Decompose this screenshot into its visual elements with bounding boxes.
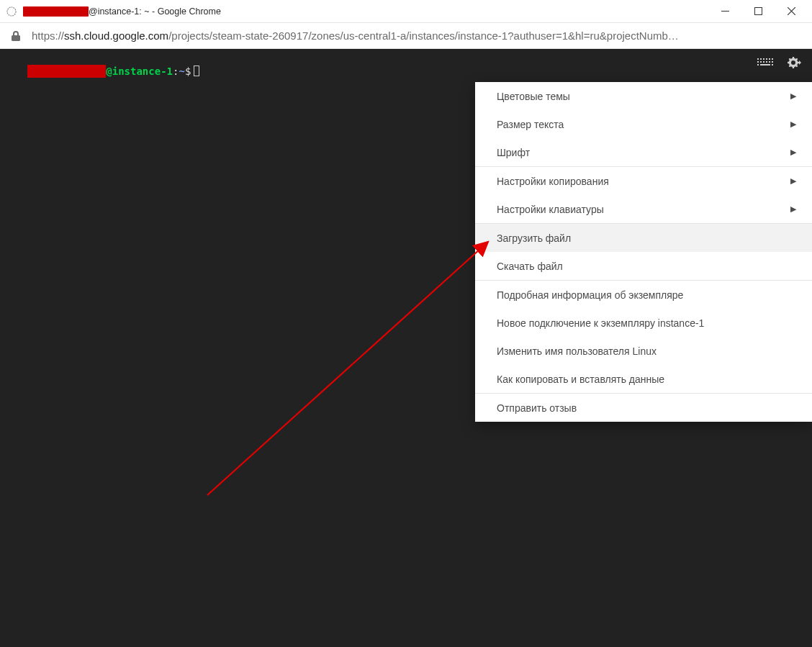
window-maximize-button[interactable] (741, 0, 775, 22)
submenu-arrow-icon: ▶ (790, 119, 796, 129)
menu-item[interactable]: Настройки копирования▶ (475, 167, 812, 195)
svg-rect-4 (757, 58, 759, 60)
svg-rect-1 (721, 11, 729, 12)
submenu-arrow-icon: ▶ (790, 204, 796, 214)
terminal-cursor (194, 65, 199, 76)
menu-item-label: Цветовые темы (497, 91, 790, 102)
window-title-suffix: @instance-1: ~ - Google Chrome (89, 6, 221, 17)
svg-rect-10 (757, 61, 759, 63)
menu-item[interactable]: Отправить отзыв (475, 394, 812, 422)
svg-rect-11 (760, 61, 762, 63)
terminal-viewport[interactable]: adensh_cadher@instance-1:~$ (0, 49, 812, 647)
annotation-arrow (202, 229, 504, 502)
window-favicon-icon (6, 6, 17, 17)
menu-item[interactable]: Размер текста▶ (475, 110, 812, 138)
menu-item[interactable]: Настройки клавиатуры▶ (475, 195, 812, 223)
prompt-host: @instance-1 (106, 65, 173, 77)
menu-item[interactable]: Как копировать и вставлять данные (475, 365, 812, 393)
svg-rect-7 (766, 58, 767, 60)
menu-item-label: Загрузить файл (497, 232, 796, 244)
prompt-path: ~ (179, 65, 184, 77)
gear-icon[interactable] (783, 55, 805, 72)
svg-rect-3 (757, 58, 774, 69)
prompt-dollar: $ (185, 65, 191, 77)
terminal-toolbar (754, 55, 805, 72)
menu-item[interactable]: Подробная информация об экземпляре (475, 281, 812, 309)
svg-rect-5 (760, 58, 762, 60)
window-close-button[interactable] (775, 0, 808, 22)
svg-rect-17 (760, 64, 770, 65)
svg-rect-8 (769, 58, 770, 60)
lock-icon (10, 30, 22, 42)
window-title-redacted: tadeusk_redim1 (23, 6, 89, 17)
keyboard-icon[interactable] (754, 55, 776, 72)
window-minimize-button[interactable] (708, 0, 741, 22)
window-title: tadeusk_redim1@instance-1: ~ - Google Ch… (23, 6, 708, 17)
submenu-arrow-icon: ▶ (790, 176, 796, 186)
svg-rect-2 (754, 8, 762, 15)
menu-item[interactable]: Изменить имя пользователя Linux (475, 337, 812, 365)
menu-item[interactable]: Скачать файл (475, 252, 812, 280)
menu-item[interactable]: Новое подключение к экземпляру instance-… (475, 309, 812, 337)
menu-item-label: Размер текста (497, 119, 790, 130)
svg-point-0 (7, 7, 16, 16)
svg-rect-13 (766, 61, 767, 63)
svg-rect-15 (772, 61, 773, 63)
svg-rect-12 (763, 61, 764, 63)
settings-menu: Цветовые темы▶Размер текста▶Шрифт▶Настро… (475, 82, 812, 422)
terminal-prompt-line: adensh_cadher@instance-1:~$ (3, 52, 199, 91)
url-host: ssh.cloud.google.com (64, 30, 168, 42)
svg-line-19 (207, 242, 488, 495)
menu-item-label: Настройки копирования (497, 176, 790, 187)
menu-item-label: Изменить имя пользователя Linux (497, 345, 796, 357)
menu-item-label: Новое подключение к экземпляру instance-… (497, 317, 796, 329)
address-bar[interactable]: https://ssh.cloud.google.com/projects/st… (0, 23, 812, 49)
window-controls (708, 0, 808, 22)
menu-item-label: Подробная информация об экземпляре (497, 289, 796, 301)
prompt-user-redacted: adensh_cadher (27, 65, 107, 78)
submenu-arrow-icon: ▶ (790, 91, 796, 101)
url-text: https://ssh.cloud.google.com/projects/st… (32, 30, 802, 42)
menu-item[interactable]: Цветовые темы▶ (475, 82, 812, 110)
svg-rect-18 (772, 64, 773, 65)
menu-item-label: Настройки клавиатуры (497, 204, 790, 215)
menu-item-label: Как копировать и вставлять данные (497, 374, 796, 385)
svg-rect-14 (769, 61, 770, 63)
menu-item-label: Отправить отзыв (497, 402, 796, 414)
svg-rect-6 (763, 58, 764, 60)
url-path: /projects/steam-state-260917/zones/us-ce… (168, 30, 679, 42)
menu-item-label: Скачать файл (497, 261, 796, 272)
menu-item[interactable]: Шрифт▶ (475, 138, 812, 166)
menu-item-label: Шрифт (497, 147, 790, 158)
window-titlebar: tadeusk_redim1@instance-1: ~ - Google Ch… (0, 0, 812, 23)
url-scheme: https:// (32, 30, 64, 42)
svg-rect-9 (772, 58, 773, 60)
submenu-arrow-icon: ▶ (790, 148, 796, 157)
svg-rect-16 (757, 64, 759, 65)
menu-item[interactable]: Загрузить файл (475, 224, 812, 252)
